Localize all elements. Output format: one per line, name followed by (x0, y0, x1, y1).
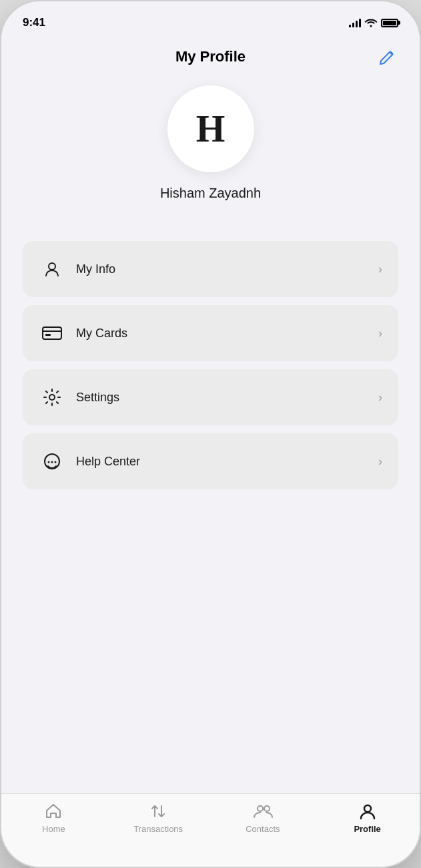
menu-item-settings[interactable]: Settings › (23, 369, 398, 425)
tab-bar: Home Transactions Contacts (1, 793, 420, 867)
menu-item-help-center[interactable]: Help Center › (23, 433, 398, 489)
user-name: Hisham Zayadnh (23, 186, 398, 201)
home-icon (44, 802, 63, 821)
avatar-letter: H (196, 107, 226, 150)
status-icons (349, 18, 398, 27)
my-cards-label: My Cards (76, 327, 378, 341)
person-icon (39, 256, 65, 282)
settings-chevron: › (378, 391, 382, 405)
svg-point-7 (51, 461, 53, 463)
svg-point-0 (49, 263, 55, 270)
avatar: H (167, 85, 254, 172)
contacts-icon (254, 802, 272, 821)
settings-label: Settings (76, 391, 378, 405)
battery-icon (381, 19, 398, 27)
help-center-chevron: › (378, 455, 382, 469)
phone-frame: 9:41 My Profile (0, 0, 421, 868)
page-title: My Profile (23, 48, 398, 65)
card-icon (39, 320, 65, 347)
svg-rect-1 (43, 327, 61, 339)
tab-contacts-label: Contacts (246, 824, 280, 834)
my-info-label: My Info (76, 262, 378, 276)
svg-rect-3 (45, 334, 51, 336)
svg-point-6 (48, 461, 50, 463)
menu-section: My Info › My Cards › Sett (1, 241, 420, 489)
tab-transactions[interactable]: Transactions (106, 802, 211, 834)
edit-button[interactable] (376, 48, 398, 73)
section-gap (1, 221, 420, 241)
menu-item-my-info[interactable]: My Info › (23, 241, 398, 297)
svg-point-8 (55, 461, 57, 463)
svg-point-11 (364, 805, 371, 812)
svg-point-9 (258, 806, 263, 811)
pencil-icon (378, 51, 396, 68)
profile-icon (358, 802, 377, 821)
tab-profile[interactable]: Profile (315, 802, 420, 834)
svg-point-4 (49, 395, 55, 400)
tab-home-label: Home (42, 824, 65, 834)
status-bar: 9:41 (1, 1, 420, 35)
gear-icon (39, 384, 65, 411)
my-cards-chevron: › (378, 327, 382, 341)
tab-contacts[interactable]: Contacts (211, 802, 316, 834)
transactions-icon (149, 802, 167, 821)
status-time: 9:41 (23, 16, 45, 29)
signal-icon (349, 18, 361, 27)
tab-home[interactable]: Home (1, 802, 106, 834)
tab-transactions-label: Transactions (133, 824, 183, 834)
help-center-label: Help Center (76, 455, 378, 469)
wifi-icon (365, 18, 377, 27)
svg-point-10 (264, 806, 270, 811)
header-section: My Profile H Hisham Zayadnh (1, 35, 420, 221)
chat-icon (39, 448, 65, 475)
tab-profile-label: Profile (354, 824, 380, 834)
my-info-chevron: › (378, 262, 382, 276)
menu-item-my-cards[interactable]: My Cards › (23, 305, 398, 361)
